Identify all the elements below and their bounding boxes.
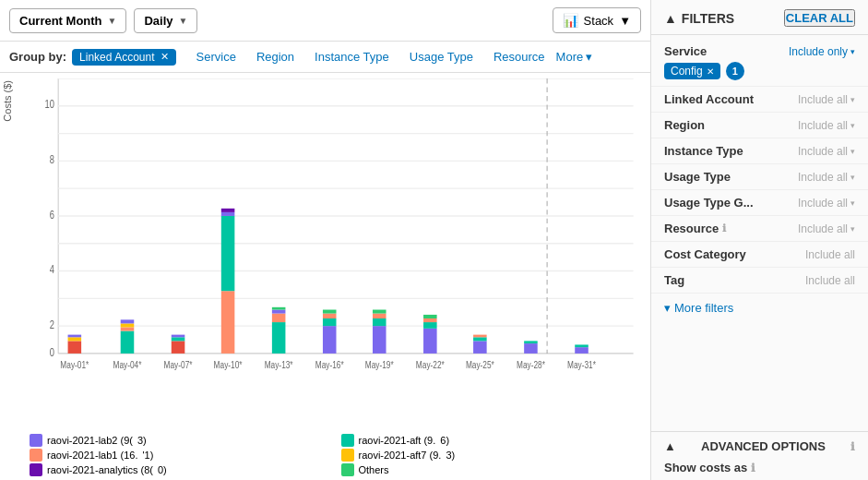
svg-rect-32 [221, 209, 235, 212]
service-top: Service Include only ▾ [664, 44, 855, 58]
legend-item-0: raovi-2021-lab2 (9( 3) [30, 434, 332, 447]
chart-type-label: Stack [584, 14, 614, 28]
legend-swatch-0 [30, 434, 42, 447]
legend-item-1: raovi-2021-aft (9. 6) [341, 434, 644, 447]
legend-suffix-4: 0) [158, 464, 167, 475]
advanced-section: ▲ ADVANCED OPTIONS ℹ Show costs as ℹ [651, 431, 868, 480]
advanced-info-icon: ℹ [850, 440, 855, 453]
sidebar-header: ▲ FILTERS CLEAR ALL [651, 0, 868, 35]
filter-resource-value[interactable]: Include all ▾ [798, 222, 855, 235]
svg-rect-46 [423, 322, 437, 329]
filter-instance-type: Instance Type Include all ▾ [651, 138, 868, 164]
more-filters-label: More filters [674, 301, 733, 315]
svg-rect-33 [272, 322, 286, 354]
chart-type-button[interactable]: 📊 Stack ▼ [553, 7, 641, 33]
svg-rect-47 [423, 318, 437, 322]
filter-region-name: Region [664, 118, 705, 132]
config-tag-label: Config [671, 65, 703, 78]
bar-chart: 0 4 6 8 10 2 [30, 78, 643, 378]
svg-rect-45 [423, 329, 437, 354]
svg-rect-31 [221, 212, 235, 216]
svg-text:May-13*: May-13* [265, 359, 293, 370]
filter-service-value-text: Include only [789, 45, 848, 58]
config-tag[interactable]: Config ✕ [664, 63, 720, 79]
svg-rect-48 [423, 315, 437, 318]
svg-text:4: 4 [50, 263, 54, 275]
filter-usage-type-value[interactable]: Include all ▾ [798, 171, 855, 184]
linked-account-tag[interactable]: Linked Account ✕ [72, 49, 175, 66]
filter-service-value[interactable]: Include only ▾ [789, 45, 855, 58]
filter-list: Service Include only ▾ Config ✕ 1 Linked… [651, 35, 868, 431]
svg-rect-23 [121, 327, 135, 330]
filter-cost-category-name: Cost Category [664, 247, 746, 261]
linked-account-close[interactable]: ✕ [161, 51, 169, 63]
chart-legend: raovi-2021-lab2 (9( 3) raovi-2021-aft (9… [30, 434, 643, 476]
svg-rect-49 [473, 341, 487, 354]
filter-cost-category: Cost Category Include all [651, 242, 868, 268]
svg-rect-20 [68, 337, 82, 341]
svg-rect-38 [323, 318, 337, 326]
period-dropdown[interactable]: Current Month ▼ [9, 8, 126, 33]
show-costs-row: Show costs as ℹ [664, 453, 855, 474]
filter-usage-type-name: Usage Type [664, 170, 731, 184]
legend-swatch-2 [30, 449, 42, 462]
advanced-caret: ▲ [664, 439, 676, 453]
legend-suffix-3: 3) [446, 450, 455, 461]
filter-usage-type-g-name: Usage Type G... [664, 196, 754, 210]
more-tabs-button[interactable]: More ▾ [556, 50, 593, 64]
svg-text:6: 6 [50, 208, 54, 220]
svg-rect-53 [524, 341, 538, 343]
svg-text:May-01*: May-01* [60, 359, 89, 370]
chart-container: 0 4 6 8 10 2 [30, 78, 643, 378]
more-filters-caret: ▾ [664, 301, 671, 315]
more-filters-button[interactable]: ▾ More filters [664, 301, 855, 315]
filters-title: ▲ FILTERS [664, 11, 734, 26]
show-costs-info-icon: ℹ [751, 462, 755, 474]
filter-service-name: Service [664, 44, 707, 58]
filter-region: Region Include all ▾ [651, 113, 868, 138]
svg-rect-51 [473, 335, 487, 338]
legend-item-2: raovi-2021-lab1 (16. '1) [30, 449, 332, 462]
more-label: More [556, 50, 584, 64]
svg-text:May-10*: May-10* [214, 359, 243, 370]
advanced-options-header[interactable]: ▲ ADVANCED OPTIONS ℹ [664, 439, 855, 453]
svg-rect-19 [68, 341, 82, 354]
filter-resource-text: Include all [798, 222, 848, 235]
filter-instance-type-value[interactable]: Include all ▾ [798, 145, 855, 158]
filter-resource: Resource ℹ Include all ▾ [651, 216, 868, 242]
filter-linked-account-value[interactable]: Include all ▾ [798, 93, 855, 106]
filter-instance-type-name: Instance Type [664, 144, 743, 158]
filter-usage-type-caret: ▾ [850, 173, 855, 182]
svg-text:May-25*: May-25* [466, 359, 494, 370]
legend-suffix-2: '1) [142, 450, 153, 461]
tab-region[interactable]: Region [247, 47, 303, 66]
sidebar: ▲ FILTERS CLEAR ALL Service Include only… [651, 0, 868, 480]
svg-rect-22 [121, 331, 135, 354]
granularity-dropdown[interactable]: Daily ▼ [134, 8, 197, 33]
filter-region-value[interactable]: Include all ▾ [798, 119, 855, 132]
legend-label-0: raovi-2021-lab2 (9( [47, 435, 133, 446]
filter-usage-type-g-value[interactable]: Include all ▾ [798, 197, 855, 210]
svg-rect-54 [575, 347, 589, 354]
filter-instance-type-text: Include all [798, 145, 848, 158]
svg-rect-41 [373, 326, 386, 354]
svg-rect-24 [121, 323, 135, 327]
filters-caret-icon: ▲ [664, 11, 677, 26]
tab-instance-type[interactable]: Instance Type [305, 47, 398, 66]
svg-text:May-19*: May-19* [365, 359, 394, 370]
svg-rect-37 [323, 326, 337, 354]
legend-suffix-0: 3) [137, 435, 147, 446]
tab-usage-type[interactable]: Usage Type [400, 47, 482, 66]
config-tag-close[interactable]: ✕ [707, 66, 714, 77]
svg-rect-29 [221, 291, 235, 354]
svg-rect-52 [524, 343, 538, 354]
more-filters-section: ▾ More filters [651, 294, 868, 322]
svg-text:May-07*: May-07* [164, 359, 193, 370]
svg-text:0: 0 [50, 345, 54, 357]
tab-service[interactable]: Service [187, 47, 245, 66]
clear-all-button[interactable]: CLEAR ALL [784, 9, 855, 27]
svg-rect-36 [272, 307, 286, 310]
filter-usage-type-g-text: Include all [798, 197, 848, 210]
tab-resource[interactable]: Resource [484, 47, 554, 66]
legend-item-5: Others [341, 463, 644, 476]
